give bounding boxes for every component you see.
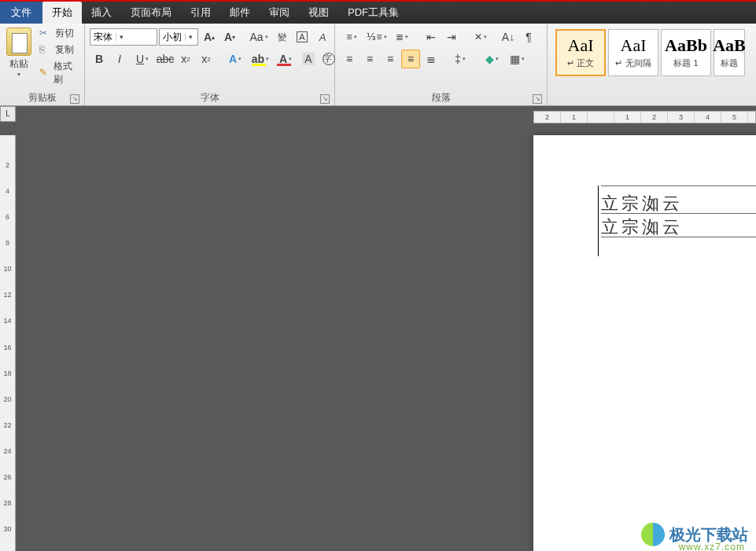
highlight-button[interactable]: ab▾ — [249, 50, 272, 68]
shrink-font-button[interactable]: A▾ — [220, 28, 239, 46]
watermark-logo-icon — [641, 523, 665, 546]
group-styles: AaI ↵ 正文 AaI ↵ 无间隔 AaBb 标题 1 AaB 标题 — [548, 24, 756, 105]
group-paragraph: ≡▾ ⅓≡▾ ≣▾ ⇤ ⇥ ✕▾ A↓ ¶ ≡ ≡ ≡ ≡ ≣ ‡▾ — [335, 24, 548, 105]
menu-layout[interactable]: 页面布局 — [121, 2, 181, 24]
document-area[interactable]: 立宗洳云 立宗洳云 — [16, 123, 756, 551]
align-right-button[interactable]: ≡ — [381, 50, 400, 68]
watermark-url: www.xz7.com — [679, 542, 745, 551]
ribbon: 粘贴 ▾ ✂剪切 ⎘复制 ✎格式刷 剪贴板↘ 宋体▾ 小初▾ A▴ A▾ Aa▾… — [0, 24, 756, 106]
font-name-combo[interactable]: 宋体▾ — [90, 28, 157, 46]
style-no-spacing[interactable]: AaI ↵ 无间隔 — [608, 29, 658, 76]
text-effects-button[interactable]: A▾ — [223, 50, 247, 68]
format-painter-button[interactable]: ✎格式刷 — [36, 59, 81, 87]
tab-selector[interactable]: L — [0, 106, 16, 122]
copy-button[interactable]: ⎘复制 — [36, 42, 81, 57]
multilevel-button[interactable]: ≣▾ — [390, 28, 414, 46]
doc-text-line[interactable]: 立宗洳云 — [601, 215, 683, 239]
decrease-indent-button[interactable]: ⇤ — [422, 28, 441, 46]
doc-text-line[interactable]: 立宗洳云 — [601, 192, 683, 215]
align-left-button[interactable]: ≡ — [340, 50, 359, 68]
phonetic-guide-button[interactable]: 變 — [272, 28, 291, 46]
font-size-combo[interactable]: 小初▾ — [159, 28, 198, 46]
clipboard-expand[interactable]: ↘ — [70, 94, 79, 104]
group-font: 宋体▾ 小初▾ A▴ A▾ Aa▾ 變 A A B I U▾ abc x2 x2… — [85, 24, 335, 105]
justify-button[interactable]: ≡ — [401, 50, 420, 68]
menu-mail[interactable]: 邮件 — [220, 2, 260, 24]
page[interactable]: 立宗洳云 立宗洳云 — [533, 135, 756, 551]
bullets-button[interactable]: ≡▾ — [340, 28, 363, 46]
group-clipboard: 粘贴 ▾ ✂剪切 ⎘复制 ✎格式刷 剪贴板↘ — [0, 24, 85, 105]
paste-label: 粘贴 — [9, 57, 28, 71]
menu-home[interactable]: 开始 — [42, 2, 82, 24]
shading-button[interactable]: ◆▾ — [480, 50, 503, 68]
scissors-icon: ✂ — [39, 28, 52, 40]
char-border-button[interactable]: A — [293, 28, 312, 46]
change-case-button[interactable]: Aa▾ — [247, 28, 271, 46]
borders-button[interactable]: ▦▾ — [505, 50, 529, 68]
chevron-down-icon: ▾ — [185, 33, 196, 41]
char-shading-button[interactable]: A — [299, 50, 318, 68]
copy-icon: ⎘ — [39, 44, 52, 57]
style-normal[interactable]: AaI ↵ 正文 — [555, 29, 606, 76]
text-direction-button[interactable]: ✕▾ — [469, 28, 492, 46]
paragraph-label: 段落 — [432, 92, 451, 103]
menu-pdf[interactable]: PDF工具集 — [338, 2, 408, 24]
paste-button[interactable]: 粘贴 ▾ — [3, 26, 35, 79]
menu-view[interactable]: 视图 — [299, 2, 338, 24]
font-color-button[interactable]: A▾ — [274, 50, 297, 68]
menu-bar: 文件 开始 插入 页面布局 引用 邮件 审阅 视图 PDF工具集 — [0, 0, 756, 24]
paste-icon — [6, 28, 31, 56]
font-expand[interactable]: ↘ — [320, 94, 330, 104]
menu-reference[interactable]: 引用 — [181, 2, 220, 24]
chevron-down-icon: ▾ — [116, 33, 127, 41]
subscript-button[interactable]: x2 — [176, 50, 195, 68]
cut-button[interactable]: ✂剪切 — [36, 26, 81, 41]
show-marks-button[interactable]: ¶ — [519, 28, 538, 46]
brush-icon: ✎ — [39, 67, 50, 79]
menu-review[interactable]: 审阅 — [260, 2, 299, 24]
align-center-button[interactable]: ≡ — [360, 50, 379, 68]
clear-formatting-button[interactable]: A — [313, 28, 332, 46]
ruler-horizontal[interactable]: 2 1 1 2 3 4 5 — [533, 111, 756, 123]
clipboard-label: 剪贴板 — [28, 92, 57, 103]
superscript-button[interactable]: x2 — [197, 50, 216, 68]
ruler-vertical[interactable]: 2 4 6 8 10 12 14 16 18 20 22 24 26 28 30 — [0, 135, 16, 551]
line-spacing-button[interactable]: ‡▾ — [448, 50, 472, 68]
numbering-button[interactable]: ⅓≡▾ — [365, 28, 389, 46]
text-cursor — [598, 186, 599, 256]
bold-button[interactable]: B — [90, 50, 109, 68]
style-heading1[interactable]: AaBb 标题 1 — [661, 29, 711, 76]
strikethrough-button[interactable]: abc — [156, 50, 175, 68]
underline-button[interactable]: U▾ — [131, 50, 154, 68]
increase-indent-button[interactable]: ⇥ — [442, 28, 461, 46]
paragraph-expand[interactable]: ↘ — [533, 94, 542, 104]
italic-button[interactable]: I — [110, 50, 129, 68]
menu-file[interactable]: 文件 — [0, 2, 42, 24]
font-label: 字体 — [201, 92, 219, 103]
style-title[interactable]: AaB 标题 — [714, 29, 745, 76]
grow-font-button[interactable]: A▴ — [200, 28, 219, 46]
menu-insert[interactable]: 插入 — [82, 2, 121, 24]
sort-button[interactable]: A↓ — [499, 28, 518, 46]
enclose-char-button[interactable]: 字 — [319, 50, 338, 68]
distributed-button[interactable]: ≣ — [422, 50, 441, 68]
